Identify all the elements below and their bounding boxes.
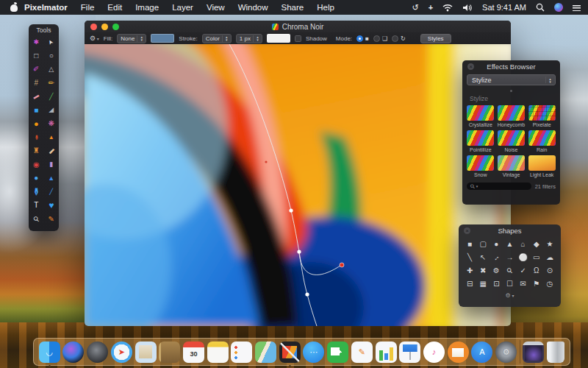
shape-cross[interactable]: ✖ (476, 264, 490, 277)
filter-rain[interactable]: Rain (528, 130, 556, 152)
dock-appstore[interactable]: A (471, 342, 492, 363)
window-titlebar[interactable]: Chroma Noir (85, 21, 511, 32)
shape-triangle[interactable]: ▲ (503, 238, 516, 251)
filter-pixelate[interactable]: Pixelate (528, 105, 556, 127)
filter-honeycomb[interactable]: Honeycomb (498, 105, 526, 127)
red-eye-tool[interactable]: ◉ (29, 158, 44, 172)
stroke-color-swatch[interactable] (267, 34, 290, 43)
spotlight-icon[interactable] (536, 3, 545, 12)
dock-keynote[interactable] (399, 342, 420, 363)
eyedropper-tool[interactable]: ✎ (44, 213, 60, 227)
fill-color-swatch[interactable] (151, 34, 174, 43)
sponge-tool[interactable]: ▮ (44, 158, 60, 172)
dock-downloads[interactable] (523, 342, 544, 363)
shape-folder[interactable]: ⊟ (463, 277, 476, 291)
stroke-select[interactable]: Color (202, 34, 232, 43)
type-tool[interactable]: T (29, 199, 44, 213)
blur-tool[interactable]: ● (29, 171, 44, 185)
shape-cloud[interactable]: ☁ (543, 251, 556, 264)
dock-ibooks[interactable] (448, 342, 469, 363)
dock-messages[interactable]: ⋯ (303, 342, 324, 363)
dock-finder[interactable]: ◡ (39, 342, 60, 363)
shape-diamond[interactable]: ◆ (530, 238, 543, 251)
volume-icon[interactable] (462, 4, 473, 12)
shape-arrow-double[interactable]: ↔ (490, 251, 503, 264)
filter-crystallize[interactable]: Crystallize (467, 105, 495, 127)
heart-shape-tool[interactable]: ♥ (44, 199, 60, 213)
apple-menu-icon[interactable] (10, 3, 18, 12)
dock-facetime[interactable] (327, 342, 348, 363)
close-window-button[interactable] (90, 24, 97, 30)
menu-share[interactable]: Share (282, 3, 304, 12)
menu-pixelmator[interactable]: Pixelmator (24, 3, 68, 12)
shape-checkmark[interactable]: ✓ (517, 264, 530, 277)
eraser-tool[interactable]: ▬ (29, 90, 44, 104)
shape-line[interactable]: ╲ (463, 251, 476, 264)
dock-sysprefs[interactable]: ⚙ (495, 342, 517, 363)
burn-tool[interactable]: ▲ (44, 131, 60, 145)
shadow-checkbox[interactable] (295, 35, 301, 42)
heal-tool[interactable]: ▬ (44, 144, 60, 158)
shape-envelope[interactable]: ✉ (517, 277, 530, 291)
shape-arrow-diagonal[interactable]: ↖ (476, 251, 490, 264)
pencil-tool[interactable]: ✏ (44, 77, 60, 91)
menu-file[interactable]: File (81, 3, 95, 12)
gradient-tool[interactable]: ● (29, 117, 44, 131)
dock-maps[interactable] (255, 342, 276, 363)
filter-light-leak[interactable]: Light Leak (528, 155, 556, 177)
brush-tool[interactable]: ✒ (29, 131, 44, 145)
shape-star[interactable]: ★ (543, 238, 556, 251)
shape-rectangle[interactable]: ■ (463, 238, 476, 251)
menu-window[interactable]: Window (238, 3, 268, 12)
dock-pages[interactable]: ✎ (351, 342, 373, 363)
dock-numbers[interactable] (376, 342, 397, 363)
shape-pentagon[interactable]: ⌂ (517, 238, 530, 251)
fill-select[interactable]: None (117, 34, 146, 43)
shape-plus[interactable]: ✚ (463, 264, 476, 277)
shape-rect-tool[interactable]: ■ (29, 104, 44, 118)
filter-noise[interactable]: Noise (498, 130, 526, 152)
slice-tool[interactable]: ╱ (44, 90, 60, 104)
effects-search-input[interactable]: ⚲ ▾ (467, 183, 531, 190)
color-brush-tool[interactable]: ❋ (44, 117, 60, 131)
move-icon[interactable]: + (429, 4, 433, 12)
lasso-tool[interactable]: ✐ (29, 63, 44, 77)
menu-layer[interactable]: Layer (172, 3, 193, 12)
shapes-settings[interactable]: ⚙ ▾ (463, 292, 556, 299)
stroke-width-stepper[interactable]: 1 px (236, 34, 262, 43)
shape-eye[interactable]: ⊙ (543, 264, 556, 277)
menu-help[interactable]: Help (317, 3, 334, 12)
shape-speech-bubble-rect[interactable]: ▭ (530, 251, 543, 264)
close-icon[interactable] (464, 227, 470, 234)
dock-trash[interactable] (547, 342, 564, 363)
time-machine-icon[interactable]: ↺ (412, 4, 418, 12)
mode-option-fill[interactable]: ■ (356, 35, 369, 42)
effects-category-select[interactable]: Stylize (467, 74, 556, 85)
dock-launchpad[interactable] (87, 342, 108, 363)
crop-tool[interactable]: # (29, 77, 44, 91)
shape-lock[interactable]: Ω (530, 264, 543, 277)
ellipse-marquee-tool[interactable]: ○ (44, 49, 60, 63)
filter-snow[interactable]: Snow (467, 155, 495, 177)
styles-button[interactable]: Styles (420, 34, 451, 43)
menu-bar-clock[interactable]: Sat 9:41 AM (482, 3, 526, 12)
bucket-tool[interactable]: ◢ (44, 104, 60, 118)
shape-camera[interactable]: ⊡ (490, 277, 503, 291)
menu-view[interactable]: View (207, 3, 225, 12)
siri-icon[interactable] (554, 3, 563, 12)
gear-icon[interactable]: ⚙ (90, 35, 99, 42)
shape-arrow-right[interactable]: → (503, 251, 516, 264)
move-tool[interactable]: ➤ (44, 35, 60, 49)
mode-option-rotate[interactable]: ↻ (392, 35, 406, 42)
shape-speech-bubble-oval[interactable]: ⚪ (517, 251, 530, 264)
minimize-window-button[interactable] (101, 24, 108, 30)
stamp-tool[interactable]: ♜ (29, 144, 44, 158)
shape-circle[interactable]: ● (490, 238, 503, 251)
rect-marquee-tool[interactable]: □ (29, 49, 44, 63)
polygon-lasso-tool[interactable]: △ (44, 63, 60, 77)
shape-clock[interactable]: ◷ (543, 277, 556, 291)
dock-notes[interactable] (207, 342, 229, 363)
shape-monitor[interactable]: ☐ (503, 277, 516, 291)
filter-vintage[interactable]: Vintage (498, 155, 526, 177)
quick-select-tool[interactable]: ✱ (29, 35, 44, 49)
